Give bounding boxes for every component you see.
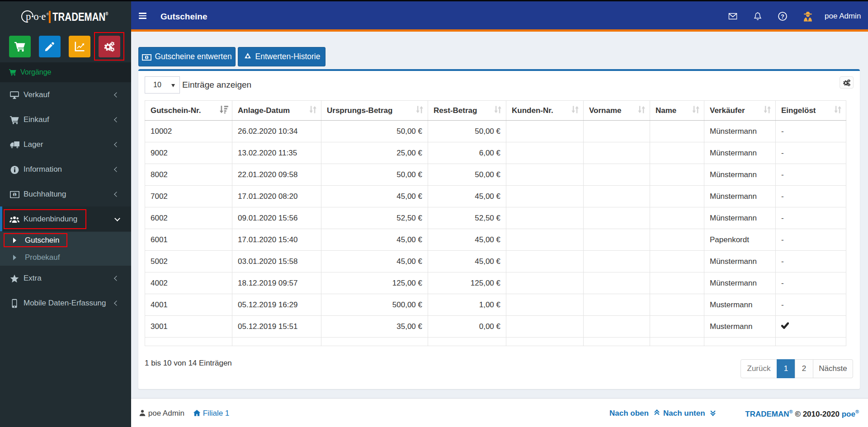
svg-text:1: 1 — [14, 192, 16, 197]
svg-text:?: ? — [781, 14, 784, 20]
